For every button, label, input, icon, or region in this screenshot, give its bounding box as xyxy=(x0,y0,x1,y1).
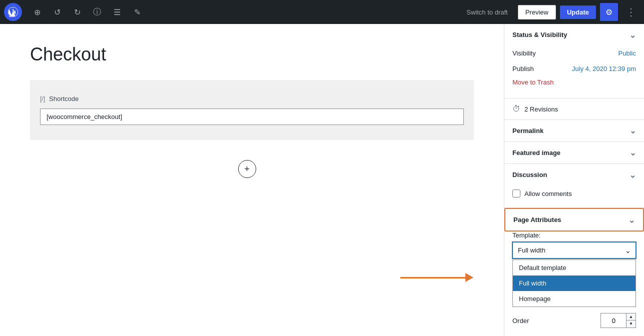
order-increment-button[interactable]: ▲ xyxy=(626,314,635,320)
status-visibility-header[interactable]: Status & Visibility ⌃ xyxy=(504,24,644,46)
dropdown-option-full-width[interactable]: Full width xyxy=(513,276,635,291)
allow-comments-label: Allow comments xyxy=(524,190,572,198)
permalink-header[interactable]: Permalink ⌄ xyxy=(504,120,644,142)
redo-icon: ↻ xyxy=(74,8,81,17)
discussion-title: Discussion xyxy=(512,171,547,178)
editor-scroll[interactable]: Checkout [/] Shortcode + xyxy=(0,24,504,336)
revisions-icon: ⏱ xyxy=(512,104,520,114)
shortcode-icon: [/] xyxy=(40,96,45,102)
template-select-wrapper: Default template Full width Homepage ⌄ xyxy=(512,242,636,258)
status-visibility-panel: Status & Visibility ⌃ Visibility Public … xyxy=(504,24,644,98)
editor-area: Checkout [/] Shortcode + xyxy=(0,24,504,336)
edit-button[interactable]: ✎ xyxy=(128,3,146,21)
settings-button[interactable]: ⚙ xyxy=(600,3,618,21)
allow-comments-checkbox[interactable] xyxy=(512,190,520,198)
permalink-chevron: ⌄ xyxy=(629,126,636,136)
permalink-panel: Permalink ⌄ xyxy=(504,120,644,142)
visibility-label: Visibility xyxy=(512,50,536,57)
undo-icon: ↺ xyxy=(54,8,61,17)
plus-icon: ⊕ xyxy=(34,8,41,17)
page-title[interactable]: Checkout xyxy=(30,44,474,65)
ellipsis-icon: ⋮ xyxy=(626,6,636,18)
update-button[interactable]: Update xyxy=(560,6,596,19)
shortcode-block: [/] Shortcode xyxy=(30,80,474,140)
template-label: Template: xyxy=(512,232,636,239)
add-block-toolbar-button[interactable]: ⊕ xyxy=(28,3,46,21)
featured-image-panel: Featured image ⌄ xyxy=(504,142,644,164)
featured-image-header[interactable]: Featured image ⌄ xyxy=(504,142,644,164)
add-block-button[interactable]: + xyxy=(238,160,256,178)
list-view-button[interactable]: ☰ xyxy=(108,3,126,21)
plus-circle-icon: + xyxy=(244,164,250,174)
shortcode-input[interactable] xyxy=(40,108,464,125)
order-input-wrapper: ▲ ▼ xyxy=(600,313,636,328)
discussion-panel: Discussion ⌃ Allow comments xyxy=(504,164,644,208)
template-select[interactable]: Default template Full width Homepage xyxy=(512,242,636,258)
featured-image-chevron: ⌄ xyxy=(629,148,636,158)
main-layout: Checkout [/] Shortcode + St xyxy=(0,24,644,336)
visibility-row: Visibility Public xyxy=(512,46,636,61)
page-attributes-title: Page Attributes xyxy=(513,216,561,224)
publish-row: Publish July 4, 2020 12:39 pm xyxy=(512,61,636,76)
dropdown-option-homepage[interactable]: Homepage xyxy=(513,291,635,306)
sidebar: Status & Visibility ⌃ Visibility Public … xyxy=(504,24,644,336)
list-icon: ☰ xyxy=(114,8,121,17)
permalink-title: Permalink xyxy=(512,127,543,134)
gear-icon: ⚙ xyxy=(605,8,612,17)
publish-value[interactable]: July 4, 2020 12:39 pm xyxy=(572,65,636,72)
edit-icon: ✎ xyxy=(134,8,141,17)
preview-button[interactable]: Preview xyxy=(518,5,556,20)
toolbar: ⊕ ↺ ↻ ⓘ ☰ ✎ Switch to draft Preview Upda… xyxy=(0,0,644,24)
page-attributes-chevron: ⌃ xyxy=(628,215,635,224)
status-visibility-body: Visibility Public Publish July 4, 2020 1… xyxy=(504,46,644,98)
featured-image-title: Featured image xyxy=(512,149,560,156)
more-options-button[interactable]: ⋮ xyxy=(622,3,640,21)
move-to-trash-link[interactable]: Move to Trash xyxy=(512,76,636,90)
allow-comments-row: Allow comments xyxy=(512,186,636,200)
shortcode-block-header: [/] Shortcode xyxy=(40,95,464,102)
discussion-chevron: ⌃ xyxy=(629,170,636,180)
discussion-body: Allow comments xyxy=(504,186,644,208)
info-icon: ⓘ xyxy=(93,7,101,18)
order-label: Order xyxy=(512,317,529,324)
switch-to-draft-button[interactable]: Switch to draft xyxy=(460,6,513,19)
page-attributes-header[interactable]: Page Attributes ⌃ xyxy=(504,208,644,232)
status-visibility-title: Status & Visibility xyxy=(512,31,567,38)
page-attributes-body: Template: Default template Full width Ho… xyxy=(504,232,644,336)
dropdown-option-default[interactable]: Default template xyxy=(513,260,635,276)
info-button[interactable]: ⓘ xyxy=(88,3,106,21)
order-row: Order ▲ ▼ xyxy=(512,307,636,330)
discussion-header[interactable]: Discussion ⌃ xyxy=(504,164,644,186)
template-dropdown-open: Default template Full width Homepage xyxy=(512,260,636,307)
publish-label: Publish xyxy=(512,65,534,72)
page-attributes-panel: Page Attributes ⌃ Template: Default temp… xyxy=(504,208,644,336)
wordpress-logo xyxy=(4,3,22,21)
visibility-value[interactable]: Public xyxy=(618,50,636,57)
redo-button[interactable]: ↻ xyxy=(68,3,86,21)
shortcode-label: Shortcode xyxy=(49,95,79,102)
order-spinners: ▲ ▼ xyxy=(626,314,635,328)
undo-button[interactable]: ↺ xyxy=(48,3,66,21)
order-decrement-button[interactable]: ▼ xyxy=(626,320,635,328)
revisions-label: 2 Revisions xyxy=(524,106,558,113)
status-visibility-chevron: ⌃ xyxy=(629,30,636,40)
order-input[interactable] xyxy=(601,315,626,326)
revisions-row[interactable]: ⏱ 2 Revisions xyxy=(504,98,644,120)
